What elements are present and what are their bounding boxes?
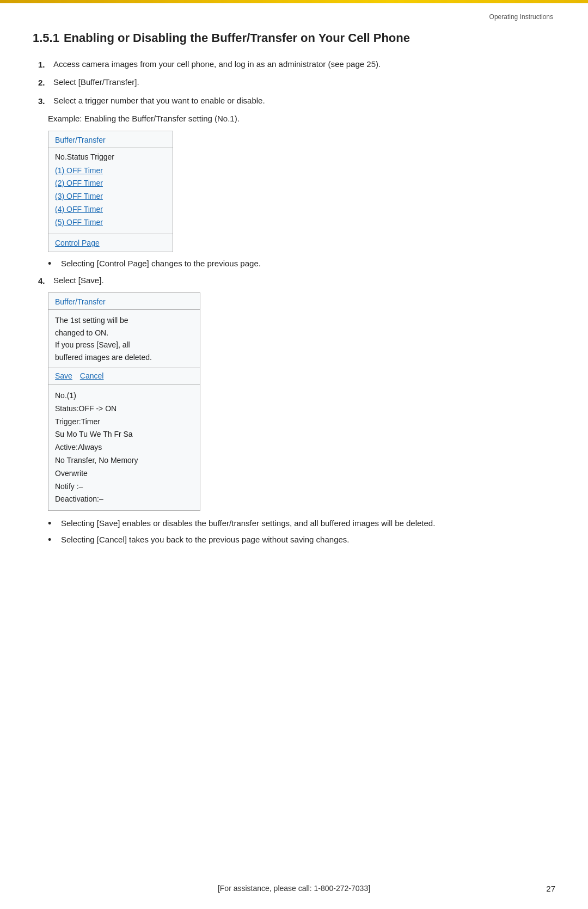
step-1: 1. Access camera images from your cell p…: [38, 58, 555, 71]
info-line-1: No.(1): [55, 389, 193, 402]
info-line-3: Trigger:Timer: [55, 416, 193, 429]
cancel-link[interactable]: Cancel: [80, 371, 104, 380]
bullet-2-text-2: Selecting [Cancel] takes you back to the…: [61, 534, 350, 546]
buffer-box-1-header: Buffer/Transfer: [48, 131, 173, 148]
section-number: 1.5.1: [33, 31, 59, 45]
bullet-2-text-1: Selecting [Save] enables or disables the…: [61, 517, 435, 530]
info-line-9: Deactivation:–: [55, 493, 193, 506]
footer-assistance-text: [For assistance, please call: 1-800-272-…: [33, 884, 555, 893]
info-line-7: Overwrite: [55, 467, 193, 480]
bullet-list-1: Selecting [Control Page] changes to the …: [48, 258, 555, 270]
trigger-item-5[interactable]: (5) OFF Timer: [55, 216, 166, 229]
bullet-2-item-1: Selecting [Save] enables or disables the…: [48, 517, 555, 530]
control-page-link[interactable]: Control Page: [55, 239, 100, 247]
info-line-5: Active:Always: [55, 441, 193, 454]
step-1-number: 1.: [38, 58, 53, 71]
header-label: Operating Instructions: [33, 13, 555, 21]
bullet-list-2: Selecting [Save] enables or disables the…: [48, 517, 555, 546]
msg-line-2: changed to ON.: [55, 327, 193, 339]
step-2: 2. Select [Buffer/Transfer].: [38, 76, 555, 89]
step-3-number: 3.: [38, 95, 53, 108]
step-1-text: Access camera images from your cell phon…: [53, 58, 555, 71]
bullet-1-text: Selecting [Control Page] changes to the …: [61, 258, 261, 270]
step-2-text: Select [Buffer/Transfer].: [53, 76, 555, 89]
info-line-4: Su Mo Tu We Th Fr Sa: [55, 428, 193, 441]
section-title: 1.5.1Enabling or Disabling the Buffer/Tr…: [33, 30, 555, 46]
buffer-box-1: Buffer/Transfer No.Status Trigger (1) OF…: [48, 131, 173, 252]
buffer-box-2: Buffer/Transfer The 1st setting will be …: [48, 292, 200, 511]
trigger-item-1[interactable]: (1) OFF Timer: [55, 164, 166, 178]
step-4-text: Select [Save].: [53, 274, 555, 287]
buffer-box-2-header: Buffer/Transfer: [48, 293, 200, 309]
step-3: 3. Select a trigger number that you want…: [38, 95, 555, 108]
footer-page-number: 27: [546, 884, 555, 893]
page-footer: [For assistance, please call: 1-800-272-…: [0, 884, 588, 893]
save-link[interactable]: Save: [55, 371, 72, 380]
info-line-8: Notify :–: [55, 480, 193, 493]
trigger-item-2[interactable]: (2) OFF Timer: [55, 177, 166, 190]
trigger-item-3[interactable]: (3) OFF Timer: [55, 190, 166, 203]
msg-line-4: buffered images are deleted.: [55, 351, 193, 363]
step-4-number: 4.: [38, 274, 53, 288]
buffer-box-1-footer: Control Page: [48, 234, 173, 252]
bullet-1-item: Selecting [Control Page] changes to the …: [48, 258, 555, 270]
msg-line-3: If you press [Save], all: [55, 339, 193, 351]
info-line-6: No Transfer, No Memory: [55, 454, 193, 467]
trigger-item-4[interactable]: (4) OFF Timer: [55, 203, 166, 216]
step-2-number: 2.: [38, 76, 53, 89]
buffer-box-2-body: The 1st setting will be changed to ON. I…: [48, 310, 200, 368]
section-heading-text: Enabling or Disabling the Buffer/Transfe…: [64, 31, 410, 45]
col-header: No.Status Trigger: [55, 152, 166, 161]
step-3-example: Example: Enabling the Buffer/Transfer se…: [48, 113, 555, 125]
bullet-2-item-2: Selecting [Cancel] takes you back to the…: [48, 534, 555, 546]
step-4: 4. Select [Save].: [38, 274, 555, 288]
info-line-2: Status:OFF -> ON: [55, 402, 193, 416]
save-cancel-row: Save Cancel: [48, 368, 200, 385]
step-3-text: Select a trigger number that you want to…: [53, 95, 555, 107]
buffer-box-2-info: No.(1) Status:OFF -> ON Trigger:Timer Su…: [48, 385, 200, 510]
msg-line-1: The 1st setting will be: [55, 314, 193, 326]
